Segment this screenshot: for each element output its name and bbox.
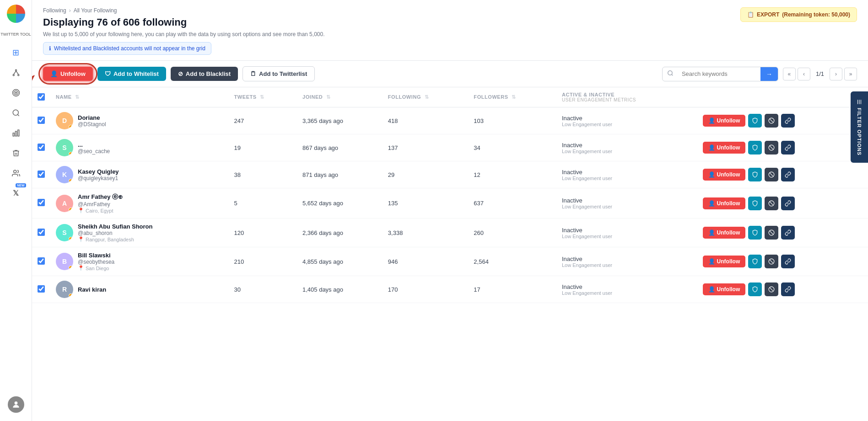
whitelist-label: Add to Whitelist (113, 70, 159, 77)
status-sub: Low Engagement user (562, 204, 692, 209)
row-whitelist-button[interactable] (748, 226, 762, 240)
unfollow-annotated: 👤 Unfollow (43, 67, 93, 81)
info-text: Whitelisted and Blacklisted accounts wil… (54, 45, 205, 52)
status-sub: Low Engagement user (562, 234, 692, 239)
main-content: Following › All Your Following Displayin… (32, 0, 868, 421)
row-whitelist-button[interactable] (748, 255, 762, 268)
row-user: B Bill Slawski @seobythesea 📍San Diego (50, 247, 229, 276)
row-checkbox-cell (32, 107, 50, 134)
col-tweets-sort[interactable]: ⇅ (260, 94, 264, 100)
row-unfollow-button[interactable]: 👤 Unfollow (703, 283, 746, 295)
user-avatar[interactable] (8, 396, 24, 413)
row-checkbox[interactable] (38, 257, 45, 265)
svg-line-19 (770, 119, 773, 123)
col-following-label: FOLLOWING (388, 94, 421, 100)
row-blacklist-button[interactable] (765, 282, 778, 296)
search-go-button[interactable]: → (760, 67, 778, 81)
sidebar-item-search[interactable] (8, 105, 24, 121)
row-unfollow-button[interactable]: 👤 Unfollow (703, 227, 746, 239)
row-checkbox[interactable] (38, 171, 45, 178)
row-unfollow-button[interactable]: 👤 Unfollow (703, 197, 746, 209)
row-actions: 👤 Unfollow (697, 276, 868, 303)
row-checkbox[interactable] (38, 144, 45, 151)
col-status: ACTIVE & INACTIVE User Engagement Metric… (556, 87, 697, 107)
table-row: K Kasey Quigley @quigleykasey1 38 871 da… (32, 161, 868, 188)
row-whitelist-button[interactable] (748, 114, 762, 128)
online-dot (69, 125, 73, 129)
row-unfollow-button[interactable]: 👤 Unfollow (703, 142, 746, 154)
row-checkbox[interactable] (38, 117, 45, 124)
row-blacklist-button[interactable] (765, 226, 778, 240)
row-checkbox[interactable] (38, 199, 45, 206)
row-unfollow-button[interactable]: 👤 Unfollow (703, 115, 746, 127)
row-link-button[interactable] (781, 114, 795, 128)
table-row: R Ravi kiran 30 1,405 days ago 170 17 In… (32, 276, 868, 303)
row-link-button[interactable] (781, 255, 795, 268)
location-icon: 📍 (78, 208, 84, 213)
col-following-sort[interactable]: ⇅ (425, 94, 429, 100)
pagination-prev[interactable]: ‹ (798, 68, 810, 80)
sidebar-item-trash[interactable] (8, 145, 24, 161)
row-actions: 👤 Unfollow (697, 134, 868, 161)
svg-line-25 (770, 201, 773, 205)
row-whitelist-button[interactable] (748, 168, 762, 181)
row-link-button[interactable] (781, 141, 795, 155)
add-to-twitterlist-button[interactable]: 🗒 Add to Twitterlist (243, 66, 315, 81)
row-following: 135 (383, 188, 469, 218)
row-link-button[interactable] (781, 226, 795, 240)
export-icon: 📋 (747, 11, 754, 18)
row-link-button[interactable] (781, 197, 795, 210)
online-dot (69, 179, 73, 183)
row-checkbox-cell (32, 134, 50, 161)
row-blacklist-button[interactable] (765, 141, 778, 155)
col-name-sort[interactable]: ⇅ (75, 94, 80, 100)
add-to-whitelist-button[interactable]: 🛡 Add to Whitelist (97, 67, 166, 81)
breadcrumb-parent[interactable]: Following (43, 7, 66, 14)
pagination-first[interactable]: « (783, 68, 796, 80)
row-blacklist-button[interactable] (765, 255, 778, 268)
row-unfollow-icon: 👤 (708, 171, 715, 178)
sidebar-item-analytics[interactable] (8, 125, 24, 141)
pagination-next[interactable]: › (830, 68, 842, 80)
row-blacklist-button[interactable] (765, 197, 778, 210)
row-whitelist-button[interactable] (748, 197, 762, 210)
col-joined-sort[interactable]: ⇅ (326, 94, 331, 100)
row-blacklist-button[interactable] (765, 168, 778, 181)
row-unfollow-button[interactable]: 👤 Unfollow (703, 169, 746, 181)
row-link-button[interactable] (781, 282, 795, 296)
row-link-button[interactable] (781, 168, 795, 181)
user-name: Kasey Quigley (78, 168, 119, 175)
user-name: Amr Fathey ⓔ⊕ (78, 193, 123, 201)
filter-options-panel[interactable]: FILTER OPTIONS (851, 91, 868, 163)
svg-point-2 (17, 75, 19, 76)
sidebar-item-x[interactable]: 𝕏 NEW (8, 185, 24, 202)
sidebar-item-dashboard[interactable]: ⊞ (8, 44, 24, 61)
user-handle: @DStagnol (78, 121, 106, 128)
row-checkbox[interactable] (38, 229, 45, 236)
svg-line-9 (17, 114, 19, 116)
user-name: Bill Slawski (78, 252, 114, 259)
pagination-last[interactable]: » (844, 68, 857, 80)
unfollow-button[interactable]: 👤 Unfollow (43, 67, 93, 81)
row-checkbox[interactable] (38, 285, 45, 293)
row-whitelist-button[interactable] (748, 141, 762, 155)
search-input[interactable] (678, 68, 760, 80)
svg-point-0 (15, 69, 16, 71)
row-tweets: 5 (229, 188, 297, 218)
export-button[interactable]: 📋 EXPORT (Remaining token: 50,000) (740, 7, 857, 22)
row-whitelist-button[interactable] (748, 282, 762, 296)
add-to-blacklist-button[interactable]: ⊘ Add to Blacklist (171, 67, 238, 81)
sidebar-item-target[interactable] (8, 85, 24, 101)
sidebar-item-users[interactable] (8, 165, 24, 181)
select-all-checkbox[interactable] (38, 93, 45, 101)
col-followers-sort[interactable]: ⇅ (512, 94, 516, 100)
row-unfollow-button[interactable]: 👤 Unfollow (703, 256, 746, 267)
sidebar-item-network[interactable] (8, 64, 24, 81)
row-tweets: 120 (229, 218, 297, 247)
row-actions: 👤 Unfollow (697, 218, 868, 247)
svg-line-29 (770, 260, 773, 263)
user-handle: @seobythesea (78, 259, 114, 265)
row-blacklist-button[interactable] (765, 114, 778, 128)
page-subtitle: We list up to 5,000 of your following he… (43, 31, 857, 37)
user-avatar: A (56, 195, 73, 212)
